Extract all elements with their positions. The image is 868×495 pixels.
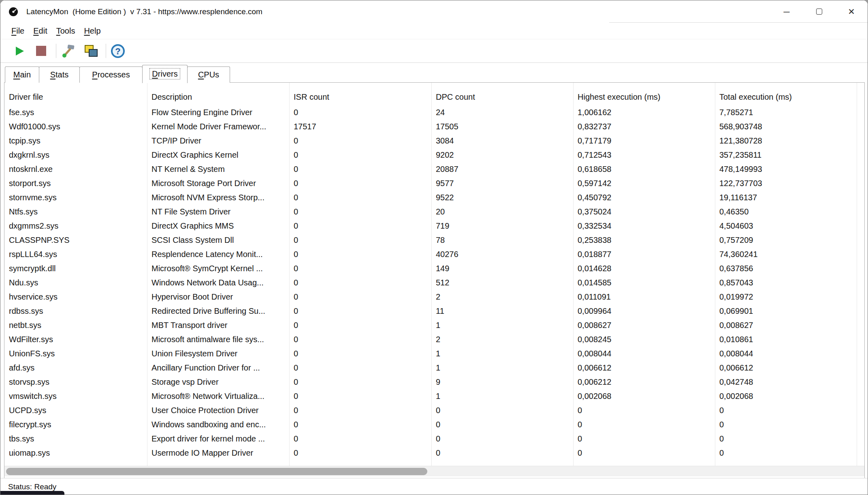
table-row[interactable]: WdFilter.sysMicrosoft antimalware file s… — [4, 332, 864, 347]
table-cell: 0,011091 — [573, 290, 715, 304]
table-cell: 24 — [431, 105, 573, 120]
table-row[interactable]: afd.sysAncillary Function Driver for ...… — [4, 361, 864, 375]
table-cell: 0,008627 — [573, 318, 715, 332]
table-cell: Export driver for kernel mode ... — [147, 432, 289, 446]
table-row[interactable]: storport.sysMicrosoft Storage Port Drive… — [4, 176, 864, 191]
table-cell: rspLLL64.sys — [4, 247, 147, 261]
table-cell: DirectX Graphics MMS — [147, 219, 289, 233]
table-row[interactable]: uiomap.sysUsermode IO Mapper Driver0000 — [4, 446, 864, 460]
table-cell: 11 — [431, 304, 573, 318]
options-button[interactable] — [60, 39, 77, 62]
table-cell: 0,712543 — [573, 148, 715, 162]
table-row[interactable]: rdbss.sysRedirected Drive Buffering Su..… — [4, 304, 864, 318]
table-cell: Ntfs.sys — [4, 205, 147, 219]
tab-processes[interactable]: Processes — [79, 66, 143, 83]
table-cell: 0,717179 — [573, 134, 715, 148]
table-cell: 0 — [715, 446, 857, 460]
table-row[interactable]: CLASSPNP.SYSSCSI Class System Dll0780,25… — [4, 233, 864, 247]
table-cell: 0 — [431, 432, 573, 446]
stop-monitor-button[interactable] — [33, 39, 49, 62]
table-cell: 0 — [715, 432, 857, 446]
column-header-description[interactable]: Description — [147, 83, 289, 105]
table-cell: 0 — [289, 361, 431, 375]
table-cell: 20887 — [431, 162, 573, 176]
table-row[interactable]: filecrypt.sysWindows sandboxing and enc.… — [4, 418, 864, 432]
menu-help[interactable]: Help — [79, 23, 105, 39]
table-row[interactable]: hvservice.sysHypervisor Boot Driver020,0… — [4, 290, 864, 304]
table-row[interactable]: dxgkrnl.sysDirectX Graphics Kernel092020… — [4, 148, 864, 162]
toolbar-separator — [106, 44, 106, 58]
table-cell: Storage vsp Driver — [147, 375, 289, 389]
table-cell: 0 — [289, 432, 431, 446]
table-cell: 0 — [289, 191, 431, 205]
table-cell: 40276 — [431, 247, 573, 261]
column-header-highest-execution[interactable]: Highest execution (ms) — [573, 83, 715, 105]
table-row[interactable]: stornvme.sysMicrosoft NVM Express Storp.… — [4, 191, 864, 205]
table-row[interactable]: fse.sysFlow Steering Engine Driver0241,0… — [4, 105, 864, 120]
table-row[interactable]: rspLLL64.sysResplendence Latency Monit..… — [4, 247, 864, 261]
table-row[interactable]: Wdf01000.sysKernel Mode Driver Framewor.… — [4, 120, 864, 134]
table-cell: 0,46350 — [715, 205, 857, 219]
help-button[interactable]: ? — [109, 39, 127, 62]
table-cell: 0 — [573, 446, 715, 460]
table-row[interactable]: Ntfs.sysNT File System Driver0200,375024… — [4, 205, 864, 219]
table-row[interactable]: UCPD.sysUser Choice Protection Driver000… — [4, 403, 864, 418]
table-cell: 17505 — [431, 120, 573, 134]
menu-tools[interactable]: Tools — [52, 23, 80, 39]
tab-drivers[interactable]: Drivers — [142, 65, 188, 83]
table-cell: 0,014585 — [573, 276, 715, 290]
table-cell: 0 — [715, 418, 857, 432]
table-cell: 0,018877 — [573, 247, 715, 261]
toolbar: ? — [0, 39, 868, 63]
start-monitor-button[interactable] — [10, 39, 28, 62]
table-cell: 0 — [289, 276, 431, 290]
table-cell: tcpip.sys — [4, 134, 147, 148]
column-header-isr-count[interactable]: ISR count — [289, 83, 431, 105]
table-cell: DirectX Graphics Kernel — [147, 148, 289, 162]
table-row[interactable]: vmswitch.sysMicrosoft® Network Virtualiz… — [4, 389, 864, 403]
table-cell: 0,597142 — [573, 176, 715, 191]
table-row[interactable]: UnionFS.sysUnion Filesystem Driver010,00… — [4, 347, 864, 361]
scrollbar-thumb[interactable] — [6, 468, 427, 475]
screen-bottom-fragment — [0, 491, 64, 495]
table-row[interactable]: tbs.sysExport driver for kernel mode ...… — [4, 432, 864, 446]
table-cell: 0,010861 — [715, 332, 857, 347]
table-cell: 0 — [289, 105, 431, 120]
table-cell: 0,253838 — [573, 233, 715, 247]
menu-edit[interactable]: Edit — [29, 23, 51, 39]
tab-processes-label: Processes — [92, 70, 130, 79]
table-cell: 0,019972 — [715, 290, 857, 304]
table-cell: 0 — [289, 134, 431, 148]
table-cell: 0,006612 — [573, 361, 715, 375]
column-header-dpc-count[interactable]: DPC count — [431, 83, 573, 105]
table-row[interactable]: symcryptk.dllMicrosoft® SymCrypt Kernel … — [4, 261, 864, 276]
tab-cpus[interactable]: CPUs — [187, 66, 230, 83]
minimize-button[interactable]: ─ — [770, 0, 803, 23]
table-cell: storvsp.sys — [4, 375, 147, 389]
maximize-button[interactable] — [803, 0, 835, 23]
stacked-windows-button[interactable] — [82, 39, 100, 62]
horizontal-scrollbar[interactable] — [4, 466, 864, 476]
table-row[interactable]: storvsp.sysStorage vsp Driver090,0062120… — [4, 375, 864, 389]
table-row[interactable]: dxgmms2.sysDirectX Graphics MMS07190,332… — [4, 219, 864, 233]
table-cell: 19,116137 — [715, 191, 857, 205]
window-controls: ─ ✕ — [770, 0, 868, 23]
table-row[interactable]: tcpip.sysTCP/IP Driver030840,717179121,3… — [4, 134, 864, 148]
table-cell: 0 — [289, 389, 431, 403]
column-header-total-execution[interactable]: Total execution (ms) — [715, 83, 857, 105]
table-cell: Microsoft NVM Express Storp... — [147, 191, 289, 205]
table-cell: storport.sys — [4, 176, 147, 191]
column-header-driver-file[interactable]: Driver file — [4, 83, 147, 105]
table-cell: Windows sandboxing and enc... — [147, 418, 289, 432]
menu-file[interactable]: File — [7, 23, 29, 39]
close-button[interactable]: ✕ — [835, 0, 868, 23]
tab-stats[interactable]: Stats — [39, 66, 80, 83]
table-cell: 0 — [573, 432, 715, 446]
table-cell: 0,450792 — [573, 191, 715, 205]
table-row[interactable]: Ndu.sysWindows Network Data Usag...05120… — [4, 276, 864, 290]
table-cell: UnionFS.sys — [4, 347, 147, 361]
table-row[interactable]: netbt.sysMBT Transport driver010,0086270… — [4, 318, 864, 332]
tab-main[interactable]: Main — [5, 66, 39, 83]
table-row[interactable]: ntoskrnl.exeNT Kernel & System0208870,61… — [4, 162, 864, 176]
table-cell: 9522 — [431, 191, 573, 205]
